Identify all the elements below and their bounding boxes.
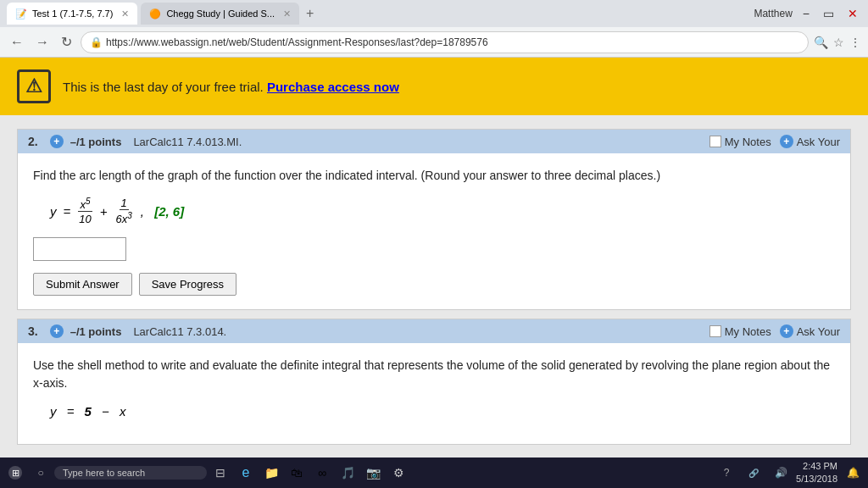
maximize-button[interactable]: ▭ <box>820 7 837 20</box>
question-2-notes-button[interactable]: My Notes <box>709 136 771 148</box>
question-2-header: 2. + –/1 points LarCalc11 7.4.013.MI. My… <box>18 130 850 153</box>
tab-active[interactable]: 📝 Test 1 (7.1-7.5, 7.7) ✕ <box>7 3 137 25</box>
question-3-text: Use the shell method to write and evalua… <box>33 357 835 392</box>
lock-icon: 🔒 <box>90 36 103 48</box>
question-3-ask-button[interactable]: + Ask Your <box>780 324 840 338</box>
minimize-button[interactable]: − <box>799 7 813 20</box>
taskbar-icon-7[interactable]: 📷 <box>361 461 385 485</box>
tab-label-chegg: Chegg Study | Guided S... <box>166 8 275 19</box>
content-area: 2. + –/1 points LarCalc11 7.4.013.MI. My… <box>0 115 868 467</box>
ask-plus-icon-3: + <box>780 324 793 338</box>
star-button[interactable]: ☆ <box>833 36 844 49</box>
tab-close-active[interactable]: ✕ <box>121 8 129 19</box>
ask-label-2: Ask Your <box>797 136 840 148</box>
start-button[interactable]: ⊞ <box>3 461 27 485</box>
notes-label-3: My Notes <box>725 325 771 338</box>
math-y-symbol: y <box>50 204 57 219</box>
task-view-button[interactable]: ⊟ <box>209 461 232 485</box>
user-name: Matthew <box>754 8 792 19</box>
back-button[interactable]: ← <box>7 33 27 52</box>
spotify-icon[interactable]: 🎵 <box>336 461 359 485</box>
edge-icon[interactable]: e <box>234 461 258 485</box>
notes-checkbox-2[interactable] <box>709 136 721 147</box>
question-3-notes-button[interactable]: My Notes <box>709 325 771 338</box>
math-plus: + <box>100 204 108 219</box>
tab-icon-chegg: 🟠 <box>149 8 161 19</box>
math-equals: = <box>64 204 71 219</box>
address-text: https://www.webassign.net/web/Student/As… <box>106 36 488 48</box>
question-3-id: LarCalc11 7.3.014. <box>133 325 226 338</box>
refresh-button[interactable]: ↻ <box>58 32 75 52</box>
notes-label-2: My Notes <box>725 136 771 148</box>
answer-input-2[interactable] <box>33 237 126 261</box>
new-tab-button[interactable]: + <box>303 6 317 21</box>
network-icon[interactable]: 🔗 <box>742 461 765 485</box>
notification-button[interactable]: 🔔 <box>841 461 865 485</box>
taskbar-icon-5[interactable]: ∞ <box>310 461 334 485</box>
browser-titlebar: 📝 Test 1 (7.1-7.5, 7.7) ✕ 🟠 Chegg Study … <box>0 0 868 27</box>
settings-icon[interactable]: ⚙ <box>387 461 410 485</box>
question-2-expand-icon[interactable]: + <box>50 135 64 148</box>
question-2-header-right: My Notes + Ask Your <box>709 135 840 148</box>
fraction-1-6x3: 1 6x3 <box>114 197 134 225</box>
question-3-block: 3. + –/1 points LarCalc11 7.3.014. My No… <box>17 319 851 445</box>
question-3-math: y = 5 − x <box>50 404 835 419</box>
tab-close-chegg[interactable]: ✕ <box>283 8 291 19</box>
tab-label-active: Test 1 (7.1-7.5, 7.7) <box>32 8 113 19</box>
taskbar-right: ? 🔗 🔊 2:43 PM 5/13/2018 🔔 <box>715 460 865 486</box>
question-2-text: Find the arc length of the graph of the … <box>33 167 835 185</box>
question-2-math: y = x5 10 + 1 6x3 , [2, 6] <box>50 197 835 225</box>
clock-time: 2:43 PM <box>796 460 837 473</box>
tab-chegg[interactable]: 🟠 Chegg Study | Guided S... ✕ <box>141 3 299 25</box>
file-explorer-icon[interactable]: 📁 <box>259 461 283 485</box>
question-3-header: 3. + –/1 points LarCalc11 7.3.014. My No… <box>18 319 850 343</box>
search-icon: ○ <box>29 461 53 485</box>
notes-checkbox-3[interactable] <box>709 325 721 337</box>
question-3-header-right: My Notes + Ask Your <box>709 324 840 338</box>
question-3-body: Use the shell method to write and evalua… <box>18 343 850 444</box>
warning-icon: ⚠ <box>17 69 51 103</box>
save-progress-button-2[interactable]: Save Progress <box>139 273 236 296</box>
toolbar-right: 🔍 ☆ ⋮ <box>814 36 861 49</box>
browser-toolbar: ← → ↻ 🔒 https://www.webassign.net/web/St… <box>0 27 868 58</box>
warning-banner: ⚠ This is the last day of your free tria… <box>0 58 868 115</box>
question-2-block: 2. + –/1 points LarCalc11 7.4.013.MI. My… <box>17 129 851 310</box>
question-2-id: LarCalc11 7.4.013.MI. <box>133 136 242 148</box>
forward-button[interactable]: → <box>32 33 53 52</box>
submit-answer-button-2[interactable]: Submit Answer <box>33 273 132 296</box>
question-2-ask-button[interactable]: + Ask Your <box>780 135 840 148</box>
ask-label-3: Ask Your <box>797 325 840 338</box>
question-2-points: –/1 points <box>70 136 122 148</box>
question-3-expand-icon[interactable]: + <box>50 324 64 338</box>
warning-text: This is the last day of your free trial.… <box>63 80 399 94</box>
question-2-number: 2. <box>28 135 38 148</box>
math-comma: , <box>141 204 144 219</box>
taskbar: ⊞ ○ Type here to search ⊟ e 📁 🛍 ∞ 🎵 📷 ⚙ … <box>0 458 868 488</box>
question-2-buttons: Submit Answer Save Progress <box>33 273 835 296</box>
address-bar[interactable]: 🔒 https://www.webassign.net/web/Student/… <box>81 31 809 53</box>
question-2-body: Find the arc length of the graph of the … <box>18 153 850 309</box>
time-date-display: 2:43 PM 5/13/2018 <box>796 460 837 486</box>
menu-button[interactable]: ⋮ <box>849 36 861 49</box>
clock-date: 5/13/2018 <box>796 473 837 485</box>
ask-plus-icon-2: + <box>780 135 793 148</box>
taskbar-search-input[interactable]: Type here to search <box>63 468 145 478</box>
question-3-number: 3. <box>28 324 38 338</box>
question-3-points: –/1 points <box>70 325 122 338</box>
titlebar-right: Matthew − ▭ ✕ <box>754 7 861 20</box>
tab-icon-notes: 📝 <box>15 8 27 19</box>
system-tray-question[interactable]: ? <box>715 461 738 485</box>
svg-text:⊞: ⊞ <box>12 468 19 478</box>
store-icon[interactable]: 🛍 <box>285 461 309 485</box>
taskbar-search-bar[interactable]: Type here to search <box>54 466 207 480</box>
math-interval: [2, 6] <box>151 204 184 219</box>
speaker-icon[interactable]: 🔊 <box>769 461 793 485</box>
close-button[interactable]: ✕ <box>844 7 861 20</box>
purchase-link[interactable]: Purchase access now <box>267 80 399 94</box>
search-button[interactable]: 🔍 <box>814 36 828 49</box>
fraction-x5-10: x5 10 <box>77 197 92 225</box>
